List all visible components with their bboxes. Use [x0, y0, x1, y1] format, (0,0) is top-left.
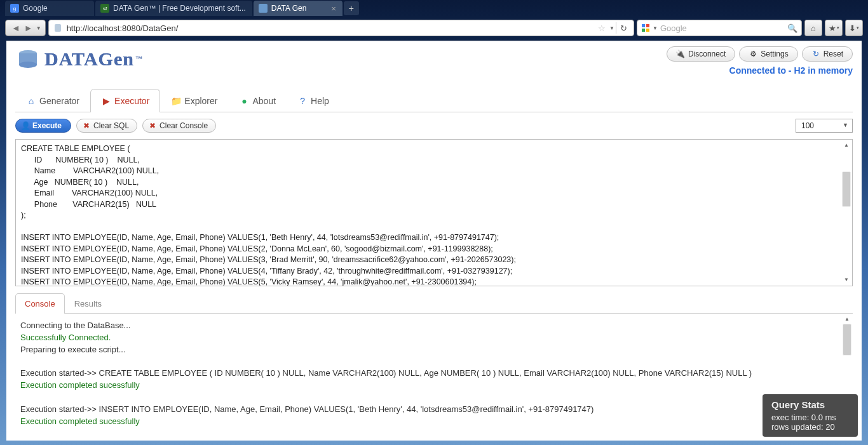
disconnect-button[interactable]: 🔌 Disconnect	[667, 46, 735, 62]
bookmarks-button[interactable]: ★▾	[825, 20, 843, 36]
tab-about[interactable]: ●About	[228, 89, 287, 112]
svg-rect-0	[55, 24, 61, 32]
tab-help[interactable]: ?Help	[287, 89, 340, 112]
connection-status: Connected to - H2 in memory	[667, 65, 853, 76]
console-line: Preparing to execute script...	[20, 344, 848, 356]
reset-label: Reset	[824, 50, 843, 58]
tab-label: Generator	[39, 96, 79, 106]
clear-console-button[interactable]: ✖ Clear Console	[142, 119, 216, 133]
svg-rect-4	[646, 29, 649, 32]
header-right: 🔌 Disconnect ⚙ Settings ↻ Reset Connecte…	[667, 46, 853, 76]
nav-arrows: ◄ ► ▼	[5, 20, 46, 36]
browser-toolbar: ◄ ► ▼ http://localhost:8080/DataGen/ ☆ ▼…	[0, 17, 868, 39]
clear-sql-button[interactable]: ✖ Clear SQL	[76, 119, 137, 133]
search-dropdown-icon[interactable]: ▼	[653, 25, 658, 31]
scroll-up-icon[interactable]: ▲	[843, 315, 851, 324]
search-bar[interactable]: ▼ Google 🔍	[637, 20, 802, 36]
new-tab-button[interactable]: +	[344, 1, 359, 15]
scroll-thumb[interactable]	[842, 171, 851, 207]
limit-value: 100	[801, 121, 814, 130]
limit-select[interactable]: 100	[796, 119, 853, 133]
console-line: Execution started->> INSERT INTO EMPLOYE…	[20, 404, 848, 416]
url-dropdown-icon[interactable]: ▼	[609, 25, 614, 31]
execute-icon: 👤	[21, 121, 30, 130]
bookmark-star-icon[interactable]: ☆	[595, 23, 608, 33]
console-line: Execution completed sucessfully	[20, 380, 848, 392]
tab-executor[interactable]: ▶Executor	[90, 89, 160, 112]
scroll-down-icon[interactable]: ▼	[842, 276, 851, 284]
gear-icon: ⚙	[749, 50, 757, 58]
tab-favicon-icon: sf	[100, 4, 109, 13]
browser-tabs: gGooglesfDATA Gen™ | Free Development so…	[0, 0, 868, 17]
generator-icon: ⌂	[26, 96, 36, 106]
sql-content: CREATE TABLE EMPLOYEE ( ID NUMBER( 10 ) …	[21, 144, 516, 286]
refresh-icon[interactable]: ↻	[618, 23, 630, 33]
svg-rect-1	[642, 24, 645, 27]
disconnect-icon: 🔌	[676, 50, 685, 58]
back-icon[interactable]: ◄	[10, 23, 22, 33]
sql-editor[interactable]: CREATE TABLE EMPLOYEE ( ID NUMBER( 10 ) …	[15, 139, 853, 286]
svg-rect-2	[646, 24, 649, 27]
console-line	[20, 392, 848, 404]
result-tabs: ConsoleResults	[15, 293, 853, 314]
tab-favicon-icon	[259, 4, 268, 13]
help-icon: ?	[297, 96, 308, 106]
reset-icon: ↻	[811, 50, 820, 58]
home-button[interactable]: ⌂	[804, 20, 822, 36]
tab-label: DATA Gen™ | Free Development soft...	[113, 4, 246, 13]
logo-icon	[15, 46, 41, 72]
scroll-up-icon[interactable]: ▲	[842, 141, 851, 150]
history-dropdown-icon[interactable]: ▼	[36, 25, 41, 31]
result-tab-console[interactable]: Console	[15, 293, 65, 314]
about-icon: ●	[239, 96, 249, 106]
tab-label: Help	[311, 96, 329, 106]
scroll-thumb[interactable]	[843, 324, 851, 355]
browser-tab-1[interactable]: sfDATA Gen™ | Free Development soft...	[95, 1, 252, 16]
console-line: Execution completed sucessfully	[20, 416, 848, 428]
console-line: Connecting to the DataBase...	[20, 320, 848, 332]
clear-console-label: Clear Console	[159, 121, 208, 130]
tab-explorer[interactable]: 📁Explorer	[160, 89, 228, 112]
svg-point-7	[19, 62, 37, 68]
forward-icon[interactable]: ►	[22, 23, 35, 33]
action-bar: 👤 Execute ✖ Clear SQL ✖ Clear Console 10…	[6, 112, 862, 139]
tab-label: About	[252, 96, 276, 106]
downloads-button[interactable]: ⬇▾	[845, 20, 863, 36]
settings-button[interactable]: ⚙ Settings	[739, 46, 797, 62]
tab-label: Google	[23, 4, 48, 13]
stats-rows: rows updated: 20	[771, 422, 849, 432]
tab-favicon-icon: g	[10, 4, 19, 13]
explorer-icon: 📁	[171, 96, 181, 106]
logo-tm: ™	[135, 55, 143, 63]
app-header: DATAGen ™ 🔌 Disconnect ⚙ Settings ↻ Rese…	[6, 41, 862, 78]
stats-exec-time: exec time: 0.0 ms	[771, 413, 849, 422]
executor-icon: ▶	[101, 96, 111, 106]
execute-label: Execute	[32, 121, 62, 130]
url-bar[interactable]: http://localhost:8080/DataGen/ ☆ ▼ ↻	[48, 20, 634, 36]
browser-tab-2[interactable]: DATA Gen×	[254, 1, 342, 16]
svg-rect-3	[642, 29, 645, 32]
browser-tab-0[interactable]: gGoogle	[5, 1, 94, 16]
tab-generator[interactable]: ⌂Generator	[15, 89, 90, 112]
url-text: http://localhost:8080/DataGen/	[67, 23, 179, 33]
search-placeholder: Google	[660, 23, 687, 33]
clear-icon: ✖	[148, 121, 157, 130]
close-icon[interactable]: ×	[327, 4, 336, 13]
header-buttons: 🔌 Disconnect ⚙ Settings ↻ Reset	[667, 46, 853, 62]
query-stats-panel: Query Stats exec time: 0.0 ms rows updat…	[763, 394, 858, 437]
console-output: Connecting to the DataBase...Successfull…	[15, 314, 853, 434]
console-line: Successfully Connected.	[20, 332, 848, 344]
tab-label: Executor	[114, 96, 149, 106]
reset-button[interactable]: ↻ Reset	[802, 46, 853, 62]
app-container: DATAGen ™ 🔌 Disconnect ⚙ Settings ↻ Rese…	[6, 41, 862, 441]
console-line	[20, 356, 848, 368]
main-tabs: ⌂Generator▶Executor📁Explorer●About?Help	[15, 88, 853, 112]
logo: DATAGen ™	[15, 46, 143, 72]
separator	[616, 22, 616, 34]
disconnect-label: Disconnect	[688, 50, 726, 58]
execute-button[interactable]: 👤 Execute	[15, 119, 71, 133]
editor-scrollbar[interactable]: ▲▼	[841, 141, 851, 284]
logo-text: DATAGen	[44, 48, 134, 70]
search-go-icon[interactable]: 🔍	[787, 23, 797, 33]
result-tab-results[interactable]: Results	[65, 293, 111, 314]
